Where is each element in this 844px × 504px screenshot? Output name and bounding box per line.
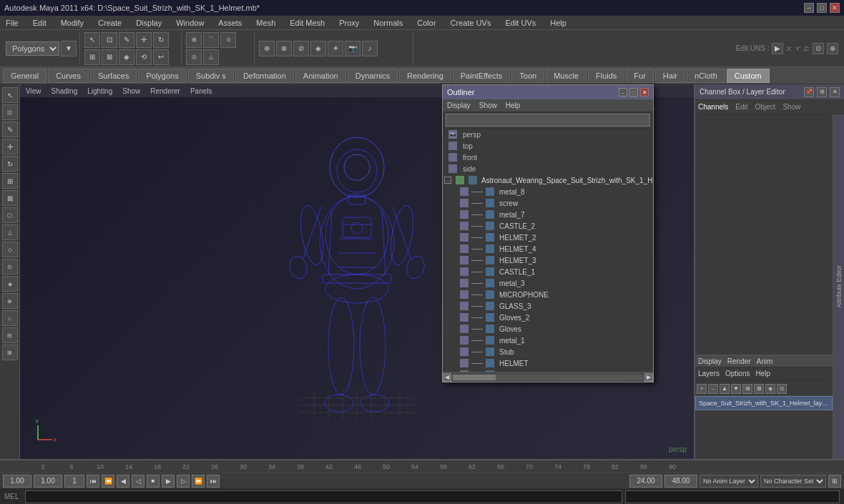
outliner-child-13[interactable]: metal_1 <box>443 335 653 346</box>
outliner-child-1[interactable]: screw <box>443 197 653 209</box>
outliner-list[interactable]: 📷 persp top front side <box>443 129 653 372</box>
character-select[interactable]: No Character Set <box>760 475 826 488</box>
paint2-btn[interactable]: ✎ <box>2 122 18 137</box>
prev-key-btn[interactable]: ⏪ <box>102 475 114 488</box>
menu-assets[interactable]: Assets <box>215 19 245 27</box>
menu-window[interactable]: Window <box>173 19 207 27</box>
menu-help[interactable]: Help <box>547 19 569 27</box>
menu-modify[interactable]: Modify <box>58 19 87 27</box>
outliner-child-14[interactable]: Stub <box>443 346 653 357</box>
expand-icon[interactable]: – <box>444 177 451 184</box>
scroll-left-btn[interactable]: ◀ <box>443 373 451 382</box>
camera-btn[interactable]: 📷 <box>345 41 360 56</box>
paint-btn[interactable]: ✎ <box>119 32 134 48</box>
tab-dynamics[interactable]: Dynamics <box>348 69 398 83</box>
render-settings-btn[interactable]: ⊘ <box>293 41 309 56</box>
manip-btn[interactable]: ⊕ <box>2 293 18 309</box>
menu-color[interactable]: Color <box>414 19 438 27</box>
transform2-btn[interactable]: ⊠ <box>2 190 18 206</box>
vp-menu-show[interactable]: Show <box>122 87 140 95</box>
vp-menu-shading[interactable]: Shading <box>51 87 78 95</box>
face-btn[interactable]: ◇ <box>2 242 18 257</box>
bend-btn[interactable]: ⊟ <box>2 327 18 343</box>
tab-hair[interactable]: Hair <box>655 69 685 83</box>
render-btn[interactable]: ⊕ <box>259 41 275 56</box>
outliner-child-11[interactable]: Gloves_2 <box>443 312 653 323</box>
subtab-render[interactable]: Render <box>727 357 751 365</box>
outliner-child-12[interactable]: Gloves <box>443 323 653 335</box>
outliner-maximize[interactable]: □ <box>629 88 638 97</box>
cb-tab-show[interactable]: Show <box>782 103 800 111</box>
menu-edituvs[interactable]: Edit UVs <box>502 19 539 27</box>
layer-extra-btn3[interactable]: ◈ <box>765 384 775 394</box>
menu-create[interactable]: Create <box>95 19 124 27</box>
outliner-item-persp[interactable]: 📷 persp <box>443 129 653 140</box>
outliner-search[interactable] <box>446 114 650 127</box>
outliner-child-9[interactable]: MICROPHONE <box>443 289 653 300</box>
menu-display[interactable]: Display <box>133 19 165 27</box>
range-end-field[interactable] <box>664 475 697 488</box>
menu-createuvs[interactable]: Create UVs <box>448 19 494 27</box>
history-btn[interactable]: ⟲ <box>136 49 152 65</box>
tab-surfaces[interactable]: Surfaces <box>90 69 137 83</box>
scale-btn[interactable]: ⊞ <box>84 49 100 65</box>
stop-btn[interactable]: ■ <box>147 475 160 488</box>
menu-arrow-btn[interactable]: ▼ <box>61 41 77 56</box>
move-btn[interactable]: ✛ <box>136 32 152 48</box>
maximize-btn[interactable]: □ <box>817 3 827 13</box>
rotate2-btn[interactable]: ↻ <box>2 156 18 172</box>
tab-curves[interactable]: Curves <box>48 69 89 83</box>
layer-down-btn[interactable]: ▼ <box>731 384 741 394</box>
menu-editmesh[interactable]: Edit Mesh <box>287 19 328 27</box>
tab-subdivs[interactable]: Subdiv s <box>188 69 234 83</box>
layer-up-btn[interactable]: ▲ <box>720 384 730 394</box>
close-btn[interactable]: ✕ <box>830 3 840 13</box>
rotate-btn[interactable]: ↻ <box>153 32 169 48</box>
outliner-child-5[interactable]: HELMET_4 <box>443 243 653 255</box>
layers-tab[interactable]: Layers <box>698 370 720 377</box>
hypershade-btn[interactable]: ◈ <box>310 41 326 56</box>
tab-polygons[interactable]: Polygons <box>138 69 186 83</box>
cb-tab-object[interactable]: Object <box>755 103 776 111</box>
outliner-item-top[interactable]: top <box>443 140 653 152</box>
snap-grid-btn[interactable]: ⊞ <box>186 32 202 48</box>
uvs-btn[interactable]: ⊙ <box>2 259 18 275</box>
subtab-display[interactable]: Display <box>698 357 722 365</box>
select-tool-btn[interactable]: ↖ <box>84 32 100 48</box>
menu-proxy[interactable]: Proxy <box>336 19 362 27</box>
outliner-item-front[interactable]: front <box>443 152 653 163</box>
current-time-field[interactable] <box>34 475 62 488</box>
vp-menu-lighting[interactable]: Lighting <box>87 87 112 95</box>
toolbar-extra-btn2[interactable]: ⊕ <box>827 43 838 54</box>
viewport[interactable]: View Shading Lighting Show Renderer Pane… <box>20 84 694 459</box>
select-btn[interactable]: ↖ <box>2 87 18 103</box>
subtab-anim[interactable]: Anim <box>757 357 773 365</box>
soft-btn[interactable]: ◈ <box>2 276 18 292</box>
minimize-btn[interactable]: – <box>804 3 814 13</box>
tab-fluids[interactable]: Fluids <box>588 69 624 83</box>
tab-fur[interactable]: Fur <box>626 69 654 83</box>
tab-toon[interactable]: Toon <box>511 69 544 83</box>
frame-field[interactable] <box>64 475 84 488</box>
sound-btn[interactable]: ♪ <box>362 41 378 56</box>
layer-delete-btn[interactable]: – <box>708 384 718 394</box>
tab-ncloth[interactable]: nCloth <box>687 69 725 83</box>
transport-extra-btn[interactable]: ⊞ <box>828 475 841 488</box>
outliner-child-10[interactable]: GLASS_3 <box>443 300 653 312</box>
layer-extra-btn2[interactable]: ⊠ <box>754 384 764 394</box>
lasso2-btn[interactable]: ⊡ <box>2 104 18 120</box>
light-btn[interactable]: ☀ <box>328 41 343 56</box>
cb-tab-edit[interactable]: Edit <box>735 103 747 111</box>
scroll-right-btn[interactable]: ▶ <box>644 373 653 382</box>
mode-dropdown[interactable]: Polygons <box>6 41 59 56</box>
layers-help-tab[interactable]: Help <box>755 370 770 377</box>
options-tab[interactable]: Options <box>725 370 750 377</box>
toolbar-extra-btn1[interactable]: ⊙ <box>813 43 824 54</box>
start-time-field[interactable] <box>3 475 31 488</box>
snap-view-btn[interactable]: ◎ <box>186 49 202 65</box>
outliner-child-4[interactable]: HELMET_2 <box>443 232 653 243</box>
vp-menu-renderer[interactable]: Renderer <box>150 87 180 95</box>
menu-normals[interactable]: Normals <box>371 19 406 27</box>
outliner-child-0[interactable]: metal_8 <box>443 186 653 197</box>
outliner-child-7[interactable]: CASTLE_1 <box>443 266 653 277</box>
